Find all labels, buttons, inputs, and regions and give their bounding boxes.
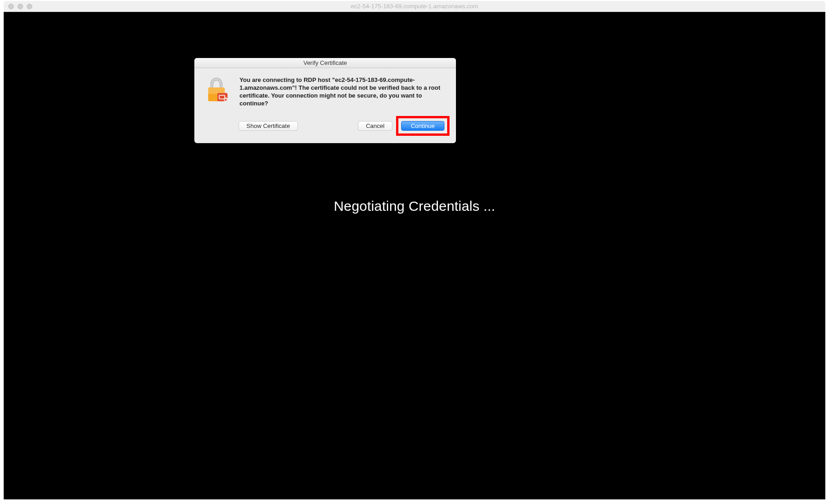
dialog-body: You are connecting to RDP host "ec2-54-1… [194,68,456,113]
connection-status-text: Negotiating Credentials ... [4,198,825,214]
lock-certificate-icon [204,76,231,106]
continue-button[interactable]: Continue [401,121,444,131]
dialog-message: You are connecting to RDP host "ec2-54-1… [239,76,447,108]
window-close-button[interactable] [8,4,14,9]
remote-session-canvas: Negotiating Credentials ... Verify Certi… [4,12,825,499]
verify-certificate-dialog: Verify Certificate [194,58,456,143]
annotation-highlight: Continue [396,116,450,136]
window-title: ec2-54-175-183-69.compute-1.amazonaws.co… [4,3,825,10]
show-certificate-button[interactable]: Show Certificate [239,121,298,131]
application-window: ec2-54-175-183-69.compute-1.amazonaws.co… [0,0,829,504]
cancel-button[interactable]: Cancel [358,121,392,131]
dialog-button-row: Show Certificate Cancel Continue [194,113,456,143]
window-titlebar[interactable]: ec2-54-175-183-69.compute-1.amazonaws.co… [4,1,825,12]
svg-rect-1 [208,87,225,94]
window-minimize-button[interactable] [18,4,23,9]
dialog-title: Verify Certificate [194,58,456,68]
window-zoom-button[interactable] [27,4,32,9]
traffic-lights [4,4,32,9]
